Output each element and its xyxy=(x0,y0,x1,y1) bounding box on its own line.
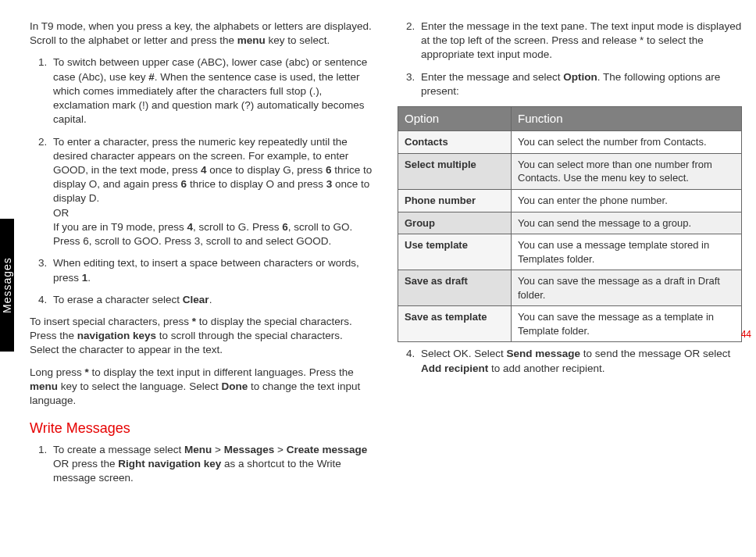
opt-val: You can select more than one number from… xyxy=(512,153,742,189)
text: to send the message OR select xyxy=(580,348,730,359)
opt-key: Use template xyxy=(398,234,512,270)
right-column: Enter the message in the text pane. The … xyxy=(398,20,742,493)
left-column: In T9 mode, when you press a key, the al… xyxy=(30,20,374,493)
table-row: Select multipleYou can select more than … xyxy=(398,153,742,189)
list-item: Enter the message in the text pane. The … xyxy=(418,20,742,62)
content-columns: In T9 mode, when you press a key, the al… xyxy=(0,0,756,512)
opt-val: You can save the message as a draft in D… xyxy=(512,270,742,306)
text: OR press the xyxy=(53,458,118,470)
list-item: To erase a character select Clear. xyxy=(50,293,374,307)
text: Enter the message in the text pane. The … xyxy=(421,20,741,60)
opt-val: You can save the message as a template i… xyxy=(512,306,742,342)
list-item: To create a message select Menu > Messag… xyxy=(50,443,374,486)
bold-option: Option xyxy=(563,71,597,83)
bold-messages: Messages xyxy=(224,444,275,455)
special-chars-paragraph: To insert special characters, press * to… xyxy=(30,315,374,358)
th-function: Function xyxy=(512,107,742,131)
table-row: GroupYou can send the message to a group… xyxy=(398,212,742,234)
opt-val: You can enter the phone number. xyxy=(512,189,742,212)
bold-right-nav-key: Right navigation key xyxy=(118,458,221,470)
text: . xyxy=(209,294,212,305)
bold-send-message: Send message xyxy=(507,348,581,359)
bold-add-recipient: Add recipient xyxy=(421,362,488,374)
text: > xyxy=(274,444,286,455)
bold-nav-keys: navigation keys xyxy=(77,330,156,341)
text: > xyxy=(212,444,223,455)
text: once to display G, press xyxy=(207,164,326,176)
list-item: Select OK. Select Send message to send t… xyxy=(418,347,742,375)
write-messages-heading: Write Messages xyxy=(30,419,374,437)
text: If you are in T9 mode, press xyxy=(53,221,187,233)
opt-key: Save as draft xyxy=(398,270,512,306)
numbered-list-write-cont: Enter the message in the text pane. The … xyxy=(398,20,742,98)
list-item: Enter the message and select Option. The… xyxy=(418,70,742,98)
text: When editing text, to insert a space bet… xyxy=(53,257,359,283)
opt-val: You can use a message template stored in… xyxy=(512,234,742,270)
side-tab: Messages xyxy=(0,219,14,352)
list-item: When editing text, to insert a space bet… xyxy=(50,256,374,284)
text: key to select the language. Select xyxy=(58,380,221,392)
bold-key: 4 xyxy=(201,164,207,176)
text: , scroll to G. Press xyxy=(193,221,282,233)
table-row: Use templateYou can use a message templa… xyxy=(398,234,742,270)
opt-key: Contacts xyxy=(398,131,512,154)
bold-key: 6 xyxy=(181,178,187,190)
text: Select OK. Select xyxy=(421,348,507,359)
opt-key: Group xyxy=(398,212,512,234)
bold-create-message: Create message xyxy=(287,444,368,455)
text: . xyxy=(87,272,91,284)
table-row: Save as templateYou can save the message… xyxy=(398,306,742,342)
bold-key: 6 xyxy=(282,221,288,233)
numbered-list-text-entry: To switch between upper case (ABC), lowe… xyxy=(30,55,374,307)
text: to add another recipient. xyxy=(488,362,604,374)
bold-key: 4 xyxy=(187,221,194,233)
th-option: Option xyxy=(398,107,512,131)
table-row: Phone numberYou can enter the phone numb… xyxy=(398,189,742,212)
intro-paragraph: In T9 mode, when you press a key, the al… xyxy=(30,20,374,48)
text: To insert special characters, press xyxy=(30,316,192,327)
text: Long press xyxy=(30,366,85,378)
opt-val: You can select the number from Contacts. xyxy=(512,131,742,154)
bold-menu: menu xyxy=(237,34,266,46)
list-item: To enter a character, press the numeric … xyxy=(50,135,374,249)
text: thrice to display O and press xyxy=(187,178,326,190)
side-tab-label: Messages xyxy=(0,257,14,313)
text-or: OR xyxy=(53,207,69,219)
list-item: To switch between upper case (ABC), lowe… xyxy=(50,55,374,127)
text: To create a message select xyxy=(53,444,184,455)
opt-key: Select multiple xyxy=(398,153,512,189)
bold-key: # xyxy=(148,71,155,83)
bold-clear: Clear xyxy=(183,294,209,305)
options-table: Option Function ContactsYou can select t… xyxy=(398,106,742,342)
text: to display the text input in different l… xyxy=(89,366,354,378)
numbered-list-write: To create a message select Menu > Messag… xyxy=(30,443,374,486)
bold-menu: menu xyxy=(30,380,58,392)
bold-done: Done xyxy=(221,380,248,392)
text: key to select. xyxy=(266,34,330,46)
languages-paragraph: Long press * to display the text input i… xyxy=(30,366,374,409)
text: Enter the message and select xyxy=(421,71,563,83)
opt-key: Phone number xyxy=(398,189,512,212)
table-row: Save as draftYou can save the message as… xyxy=(398,270,742,306)
table-row: ContactsYou can select the number from C… xyxy=(398,131,742,154)
text: To erase a character select xyxy=(53,294,183,305)
numbered-list-write-cont2: Select OK. Select Send message to send t… xyxy=(398,347,742,375)
page-number: 44 xyxy=(741,328,751,341)
opt-val: You can send the message to a group. xyxy=(512,212,742,234)
opt-key: Save as template xyxy=(398,306,512,342)
bold-menu: Menu xyxy=(184,444,212,455)
